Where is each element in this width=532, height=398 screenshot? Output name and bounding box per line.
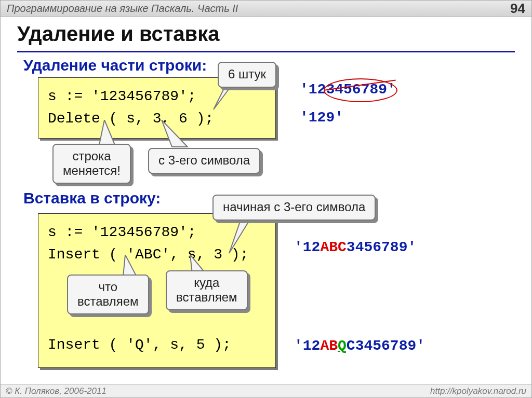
page-number: 94 bbox=[510, 1, 525, 17]
callout-text: начиная с 3-его символа bbox=[223, 200, 365, 214]
result-segment: 3456789' bbox=[347, 239, 416, 255]
callout-text: с 3-его символа bbox=[158, 153, 250, 167]
top-bar: Программирование на языке Паскаль. Часть… bbox=[1, 1, 531, 17]
slide-title: Удаление и вставка bbox=[17, 22, 219, 46]
callout-text: что bbox=[77, 280, 139, 294]
subheading-insert: Вставка в строку: bbox=[23, 189, 161, 207]
result-segment: '12 bbox=[294, 338, 320, 354]
result-segment: '12 bbox=[294, 239, 320, 255]
callout-text: вставляем bbox=[176, 290, 237, 305]
code-line: Insert ( 'ABC', s, 3 ); bbox=[48, 246, 248, 263]
result-insert1: '12ABC3456789' bbox=[294, 239, 416, 255]
result-segment: C3456789' bbox=[347, 338, 425, 354]
callout-text: куда bbox=[176, 276, 237, 290]
copyright: © К. Поляков, 2006-2011 bbox=[6, 386, 107, 397]
callout-text: вставляем bbox=[77, 294, 139, 309]
result-insert2: '12ABQC3456789' bbox=[294, 338, 425, 354]
code-line: s := '123456789'; bbox=[48, 88, 196, 104]
footer: © К. Поляков, 2006-2011 http://kpolyakov… bbox=[1, 385, 531, 397]
callout-changes: строка меняется! bbox=[52, 144, 131, 184]
footer-url: http://kpolyakov.narod.ru bbox=[430, 386, 526, 397]
result-segment: Q bbox=[338, 338, 347, 354]
subheading-delete: Удаление части строки: bbox=[23, 57, 207, 74]
result-delete: '129' bbox=[300, 109, 343, 126]
callout-what: что вставляем bbox=[67, 275, 149, 314]
result-segment: ABC bbox=[320, 239, 346, 255]
callout-six: 6 штук bbox=[218, 62, 276, 88]
result-segment: AB bbox=[320, 338, 338, 354]
callout-text: меняется! bbox=[63, 163, 121, 178]
callout-text: 6 штук bbox=[228, 67, 266, 81]
callout-text: строка bbox=[63, 149, 121, 163]
code-line: Delete ( s, 3, 6 ); bbox=[48, 111, 214, 127]
callout-where: куда вставляем bbox=[166, 270, 248, 310]
code-line: Insert ( 'Q', s, 5 ); bbox=[48, 337, 231, 353]
course-title: Программирование на языке Паскаль. Часть… bbox=[7, 3, 238, 15]
code-line: s := '123456789'; bbox=[48, 224, 196, 240]
result-segment: '12 bbox=[300, 81, 326, 98]
callout-start3: начиная с 3-его символа bbox=[212, 195, 376, 221]
title-rule bbox=[17, 51, 515, 52]
callout-from3: с 3-его символа bbox=[148, 148, 260, 174]
